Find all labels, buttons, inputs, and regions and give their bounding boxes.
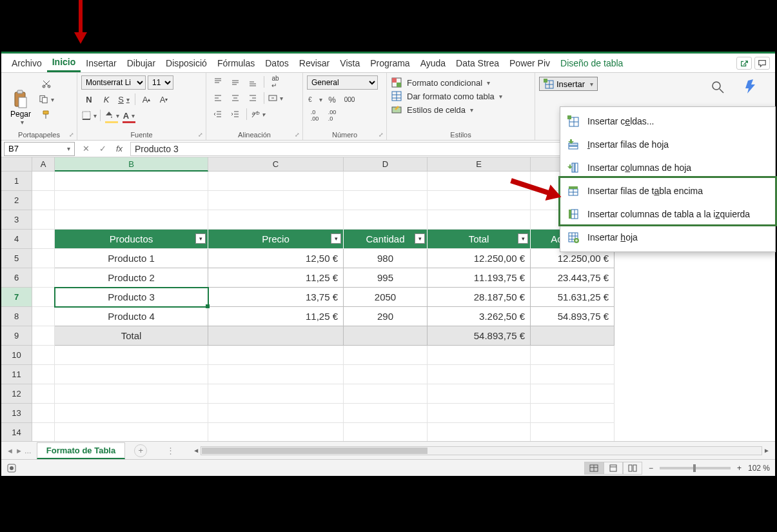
- font-size-select[interactable]: 11: [148, 75, 173, 90]
- table-cell[interactable]: 54.893,75 €: [531, 307, 615, 326]
- increase-font-button[interactable]: A▴: [139, 93, 154, 106]
- row-header-12[interactable]: 12: [1, 384, 32, 404]
- selected-cell[interactable]: Producto 3: [55, 288, 208, 307]
- increase-decimal-button[interactable]: .0.00: [307, 109, 322, 122]
- table-header-productos[interactable]: Productos▾: [55, 230, 208, 249]
- scroll-right-icon[interactable]: ►: [762, 447, 771, 455]
- cancel-formula-icon[interactable]: ✕: [77, 144, 94, 153]
- table-cell[interactable]: 995: [344, 268, 428, 288]
- table-cell[interactable]: 51.631,25 €: [531, 288, 615, 307]
- col-header-c[interactable]: C: [208, 157, 344, 172]
- new-sheet-button[interactable]: +: [134, 444, 147, 457]
- table-cell[interactable]: 11,25 €: [208, 268, 344, 288]
- table-cell[interactable]: 3.262,50 €: [428, 307, 531, 326]
- zoom-level[interactable]: 102 %: [748, 464, 770, 473]
- share-icon[interactable]: [736, 57, 752, 70]
- tab-programador[interactable]: Programa: [365, 55, 415, 72]
- zoom-out-button[interactable]: −: [649, 464, 653, 473]
- percent-button[interactable]: %: [324, 93, 340, 106]
- table-cell[interactable]: 980: [344, 249, 428, 268]
- cell-styles-button[interactable]: Estilos de celda▾: [391, 104, 502, 115]
- table-cell[interactable]: Producto 1: [55, 249, 208, 268]
- number-launcher-icon[interactable]: ⤢: [379, 132, 384, 138]
- table-cell[interactable]: 13,75 €: [208, 288, 344, 307]
- row-header-13[interactable]: 13: [1, 404, 32, 423]
- copy-button[interactable]: ▾: [39, 93, 54, 106]
- tab-inicio[interactable]: Inicio: [47, 54, 81, 72]
- cut-button[interactable]: [39, 77, 54, 90]
- record-macro-icon[interactable]: [6, 463, 17, 473]
- font-launcher-icon[interactable]: ⤢: [198, 132, 203, 138]
- row-header-7[interactable]: 7: [1, 288, 32, 307]
- col-header-b[interactable]: B: [55, 157, 208, 172]
- sheet-nav-next-icon[interactable]: ►: [15, 447, 23, 455]
- align-top-button[interactable]: [210, 75, 226, 88]
- sheet-tab-active[interactable]: Formato de Tabla: [37, 442, 125, 459]
- table-cell[interactable]: 11.193,75 €: [428, 268, 531, 288]
- alignment-launcher-icon[interactable]: ⤢: [295, 132, 300, 138]
- italic-button[interactable]: K: [99, 93, 114, 106]
- fill-color-button[interactable]: ▾: [104, 109, 119, 122]
- normal-view-button[interactable]: [584, 462, 604, 475]
- col-header-a[interactable]: A: [32, 157, 55, 172]
- row-header-4[interactable]: 4: [1, 230, 32, 249]
- wrap-text-button[interactable]: ab↵: [268, 75, 283, 88]
- tab-diseno-tabla[interactable]: Diseño de tabla: [555, 55, 628, 72]
- table-header-cantidad[interactable]: Cantidad▾: [344, 230, 428, 249]
- tab-formulas[interactable]: Fórmulas: [212, 55, 260, 72]
- row-header-1[interactable]: 1: [1, 172, 32, 191]
- align-left-button[interactable]: [210, 92, 226, 104]
- row-header-3[interactable]: 3: [1, 210, 32, 230]
- paste-button[interactable]: Pegar ▾: [5, 75, 36, 139]
- table-cell[interactable]: 290: [344, 307, 428, 326]
- tab-vista[interactable]: Vista: [335, 55, 365, 72]
- menu-insert-table-cols-left[interactable]: Insertar columnas de tabla a la izquierd…: [560, 202, 775, 226]
- table-header-total[interactable]: Total▾: [428, 230, 531, 249]
- tab-revisar[interactable]: Revisar: [294, 55, 335, 72]
- col-header-d[interactable]: D: [344, 157, 428, 172]
- menu-insert-sheet[interactable]: Insertar hoja: [560, 226, 775, 249]
- clipboard-launcher-icon[interactable]: ⤢: [69, 132, 74, 138]
- page-layout-view-button[interactable]: [604, 462, 623, 475]
- table-cell[interactable]: 23.443,75 €: [531, 268, 615, 288]
- scroll-left-icon[interactable]: ◄: [192, 447, 201, 455]
- fx-icon[interactable]: fx: [111, 144, 128, 153]
- decrease-decimal-button[interactable]: .00.0: [324, 109, 340, 122]
- borders-button[interactable]: ▾: [81, 109, 97, 122]
- tab-data-streamer[interactable]: Data Strea: [451, 55, 504, 72]
- tab-insertar[interactable]: Insertar: [81, 55, 121, 72]
- format-as-table-button[interactable]: Dar formato como tabla▾: [391, 90, 502, 102]
- table-cell[interactable]: [344, 326, 428, 346]
- orientation-button[interactable]: ᵃ⁄ᵇ▾: [250, 108, 266, 121]
- align-center-button[interactable]: [228, 92, 243, 104]
- format-painter-button[interactable]: [39, 108, 54, 121]
- table-cell[interactable]: Producto 2: [55, 268, 208, 288]
- row-header-5[interactable]: 5: [1, 249, 32, 268]
- row-header-2[interactable]: 2: [1, 191, 32, 210]
- name-box[interactable]: B7▾: [4, 142, 75, 156]
- filter-icon[interactable]: ▾: [518, 233, 528, 244]
- comma-style-button[interactable]: 000: [342, 93, 357, 106]
- accept-formula-icon[interactable]: ✓: [94, 144, 111, 153]
- page-break-view-button[interactable]: [623, 462, 642, 475]
- accounting-format-button[interactable]: €▾: [307, 93, 322, 106]
- increase-indent-button[interactable]: [228, 108, 243, 121]
- bold-button[interactable]: N: [81, 93, 97, 106]
- table-cell[interactable]: 28.187,50 €: [428, 288, 531, 307]
- tab-dibujar[interactable]: Dibujar: [122, 55, 161, 72]
- conditional-format-button[interactable]: Formato condicional▾: [391, 77, 502, 88]
- table-cell[interactable]: 11,25 €: [208, 307, 344, 326]
- merge-button[interactable]: ▾: [268, 92, 283, 104]
- decrease-font-button[interactable]: A▾: [156, 93, 172, 106]
- menu-insert-sheet-rows[interactable]: Insertar filas de hoja: [560, 133, 775, 156]
- row-header-8[interactable]: 8: [1, 307, 32, 326]
- tab-ayuda[interactable]: Ayuda: [415, 55, 451, 72]
- select-all-corner[interactable]: [1, 157, 32, 172]
- menu-insert-cells[interactable]: Insertar celdas...: [560, 110, 775, 133]
- align-bottom-button[interactable]: [245, 75, 261, 88]
- align-right-button[interactable]: [245, 92, 261, 104]
- sheet-nav-prev-icon[interactable]: ◄: [6, 447, 14, 455]
- table-cell[interactable]: 12,50 €: [208, 249, 344, 268]
- table-cell[interactable]: [208, 326, 344, 346]
- scroll-thumb[interactable]: [202, 448, 428, 454]
